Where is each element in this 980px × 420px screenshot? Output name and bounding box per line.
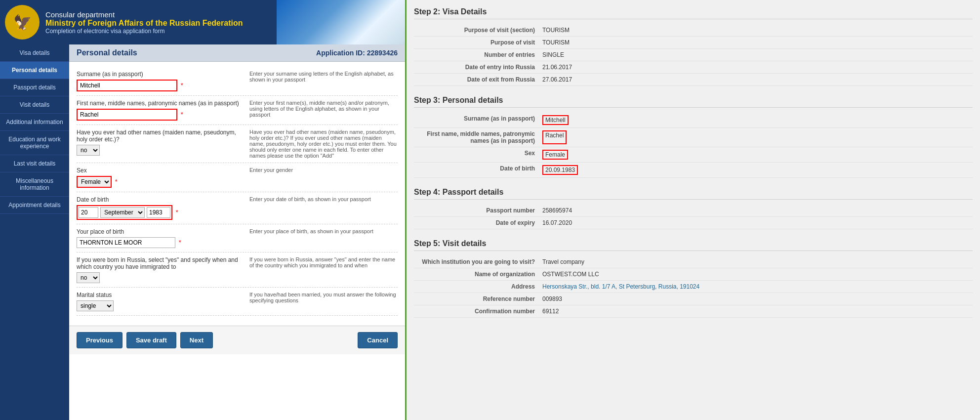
step3-section: Step 3: Personal details Surname (as in …: [414, 96, 973, 178]
step4-key-0: Passport number: [414, 207, 542, 214]
nav-appointment[interactable]: Appointment details: [0, 197, 69, 214]
sex-row: Sex Female Male * Enter your gender: [77, 163, 398, 192]
nav-additional-info[interactable]: Additional information: [0, 114, 69, 131]
dob-hint: Enter your date of birth, as shown in yo…: [245, 196, 398, 202]
header-text: Consular department Ministry of Foreign …: [45, 10, 243, 35]
firstname-input[interactable]: [78, 110, 176, 120]
logo: 🦅: [5, 5, 40, 40]
step2-key-0: Purpose of visit (section): [414, 27, 542, 34]
birthplace-required: *: [179, 239, 181, 246]
born-russia-hint: If you were born in Russia, answer "yes"…: [245, 256, 398, 268]
born-russia-label: If you were born in Russia, select "yes"…: [77, 256, 245, 270]
step5-val-2: Hersonskaya Str., bld. 1/7 A, St Petersb…: [542, 283, 699, 290]
step2-key-4: Date of exit from Russia: [414, 76, 542, 83]
step4-row-0: Passport number 258695974: [414, 205, 973, 217]
step4-title: Step 4: Passport details: [414, 188, 973, 200]
step3-row-2: Sex Female: [414, 147, 973, 163]
firstname-label: First name, middle names, patronymic nam…: [77, 100, 245, 107]
step2-title: Step 2: Visa Details: [414, 7, 973, 19]
nav-visa-details[interactable]: Visa details: [0, 44, 69, 62]
page-title-bar: Personal details Application ID: 2289342…: [69, 44, 405, 62]
step3-val-2: Female: [542, 150, 568, 160]
surname-label: Surname (as in passport): [77, 71, 245, 78]
othernames-select[interactable]: no yes: [77, 145, 100, 156]
nav-passport-details[interactable]: Passport details: [0, 79, 69, 96]
page-title: Personal details: [77, 48, 137, 57]
othernames-hint: Have you ever had other names (maiden na…: [245, 129, 398, 159]
left-buttons: Previous Save draft Next: [77, 332, 213, 348]
form-area: Surname (as in passport) * Enter your su…: [69, 62, 405, 321]
step3-val-0: Mitchell: [542, 115, 569, 125]
birthplace-hint: Enter your place of birth, as shown in y…: [245, 228, 398, 234]
step5-section: Step 5: Visit details Which institution …: [414, 239, 973, 318]
step5-row-2: Address Hersonskaya Str., bld. 1/7 A, St…: [414, 281, 973, 293]
surname-field-group: Surname (as in passport) *: [77, 71, 245, 91]
marital-label: Marital status: [77, 292, 245, 298]
step4-key-1: Date of expiry: [414, 219, 542, 226]
dob-required: *: [176, 209, 178, 216]
step5-title: Step 5: Visit details: [414, 239, 973, 251]
surname-input[interactable]: [78, 81, 176, 90]
born-russia-select[interactable]: no yes: [77, 272, 100, 283]
nav-education[interactable]: Education and work experience: [0, 131, 69, 155]
content-main: Personal details Application ID: 2289342…: [69, 44, 405, 420]
nav-sidebar: Visa details Personal details Passport d…: [0, 44, 69, 420]
sex-required: *: [115, 178, 118, 185]
birthplace-input[interactable]: [77, 237, 175, 248]
step3-row-0: Surname (as in passport) Mitchell: [414, 113, 973, 128]
step2-section: Step 2: Visa Details Purpose of visit (s…: [414, 7, 973, 86]
firstname-field-group: First name, middle names, patronymic nam…: [77, 100, 245, 121]
step5-row-0: Which institution you are going to visit…: [414, 256, 973, 268]
cancel-button[interactable]: Cancel: [358, 332, 398, 348]
nav-miscellaneous[interactable]: Miscellaneous information: [0, 172, 69, 197]
logo-emblem: 🦅: [13, 14, 32, 31]
surname-row: Surname (as in passport) * Enter your su…: [77, 67, 398, 96]
previous-button[interactable]: Previous: [77, 332, 122, 348]
step2-row-4: Date of exit from Russia 27.06.2017: [414, 74, 973, 86]
step5-key-2: Address: [414, 283, 542, 290]
dob-year-input[interactable]: [147, 207, 170, 218]
step2-val-0: TOURISM: [542, 27, 570, 34]
header: 🦅 Consular department Ministry of Foreig…: [0, 0, 405, 44]
ministry-name: Ministry of Foreign Affairs of the Russi…: [45, 19, 243, 28]
born-russia-row: If you were born in Russia, select "yes"…: [77, 252, 398, 288]
step5-key-1: Name of organization: [414, 271, 542, 278]
step5-row-1: Name of organization OSTWEST.COM LLC: [414, 268, 973, 281]
sex-select[interactable]: Female Male: [78, 177, 111, 187]
sex-field-group: Sex Female Male *: [77, 167, 245, 188]
born-russia-field-group: If you were born in Russia, select "yes"…: [77, 256, 245, 283]
step3-key-2: Sex: [414, 150, 542, 160]
marital-hint: If you have/had been married, you must a…: [245, 292, 398, 303]
step2-val-1: TOURISM: [542, 39, 570, 46]
dob-month-select[interactable]: JanuaryFebruaryMarch AprilMayJune JulyAu…: [100, 207, 145, 218]
dob-row: Date of birth JanuaryFebruaryMarch April…: [77, 192, 398, 224]
dob-label: Date of birth: [77, 196, 245, 203]
step3-row-1: First name, middle names, patronymic nam…: [414, 128, 973, 147]
birthplace-field-group: Your place of birth *: [77, 228, 245, 248]
surname-hint: Enter your surname using letters of the …: [245, 71, 398, 83]
step4-section: Step 4: Passport details Passport number…: [414, 188, 973, 229]
step2-row-1: Purpose of visit TOURISM: [414, 37, 973, 49]
marital-field-group: Marital status single married divorced w…: [77, 292, 245, 311]
step3-key-1: First name, middle names, patronymic nam…: [414, 130, 542, 144]
bottom-bar: Previous Save draft Next Cancel: [69, 326, 405, 354]
firstname-row: First name, middle names, patronymic nam…: [77, 96, 398, 125]
step2-row-3: Date of entry into Russia 21.06.2017: [414, 61, 973, 74]
othernames-field-group: Have you ever had other names (maiden na…: [77, 129, 245, 156]
dob-day-input[interactable]: [79, 207, 98, 218]
application-id: Application ID: 22893426: [316, 49, 398, 57]
nav-personal-details[interactable]: Personal details: [0, 62, 69, 79]
firstname-required: *: [181, 111, 183, 118]
birthplace-row: Your place of birth * Enter your place o…: [77, 224, 398, 252]
nav-last-visit[interactable]: Last visit details: [0, 155, 69, 172]
save-draft-button[interactable]: Save draft: [126, 332, 176, 348]
step5-val-4: 69112: [542, 308, 559, 315]
right-panel: Step 2: Visa Details Purpose of visit (s…: [405, 0, 980, 420]
step5-key-4: Confirmation number: [414, 308, 542, 315]
sex-hint: Enter your gender: [245, 167, 398, 173]
nav-visit-details[interactable]: Visit details: [0, 96, 69, 114]
step3-row-3: Date of birth 20.09.1983: [414, 163, 973, 178]
marital-select[interactable]: single married divorced widowed: [77, 300, 114, 311]
step4-val-1: 16.07.2020: [542, 219, 572, 226]
next-button[interactable]: Next: [180, 332, 213, 348]
